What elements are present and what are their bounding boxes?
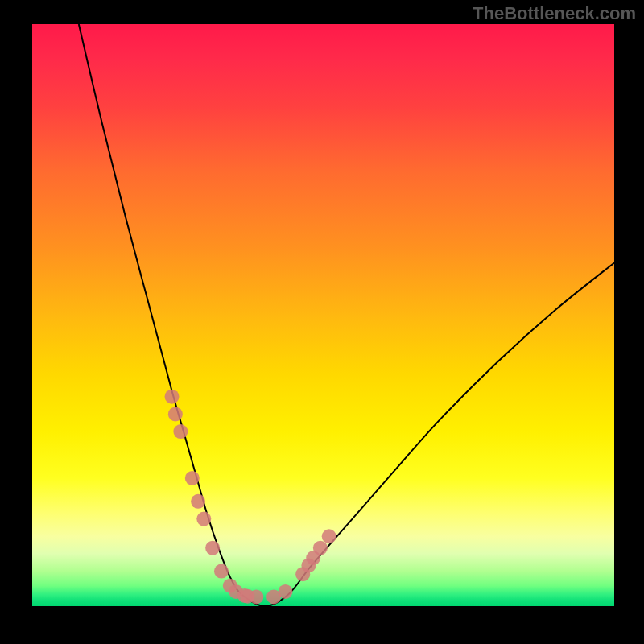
data-marker: [322, 529, 336, 543]
data-marker: [279, 584, 293, 599]
data-marker: [214, 564, 229, 579]
data-marker: [196, 512, 211, 526]
data-marker: [205, 541, 220, 555]
data-marker: [313, 541, 328, 555]
data-marker: [185, 471, 200, 485]
plot-area: [32, 24, 614, 606]
data-markers: [165, 390, 336, 605]
chart-container: TheBottleneck.com: [0, 0, 644, 644]
data-marker: [173, 424, 188, 439]
data-marker: [191, 494, 205, 509]
watermark-text: TheBottleneck.com: [473, 3, 636, 24]
data-marker: [249, 589, 263, 604]
data-marker: [165, 390, 180, 404]
data-marker: [168, 407, 183, 421]
chart-svg: [32, 24, 614, 606]
bottleneck-curve: [79, 24, 614, 606]
